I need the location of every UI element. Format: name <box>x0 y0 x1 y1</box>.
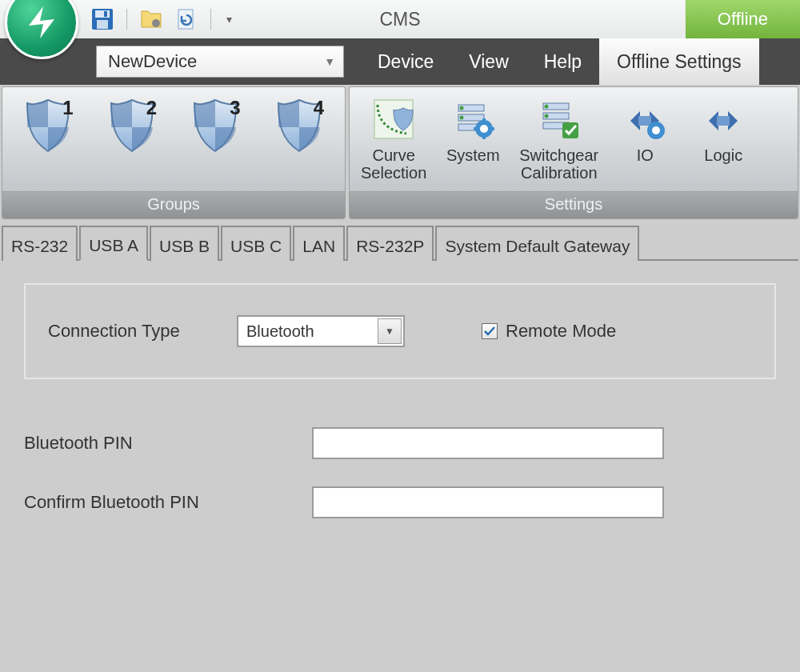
svg-point-26 <box>652 126 660 134</box>
svg-rect-15 <box>482 135 486 139</box>
svg-rect-2 <box>97 20 108 29</box>
ribbon-group-label: Settings <box>350 191 798 218</box>
chevron-down-icon: ▾ <box>226 13 232 26</box>
title-bar: ▾ CMS Offline <box>0 0 800 38</box>
confirm-pin-label: Confirm Bluetooth PIN <box>24 492 312 513</box>
ribbon: 1234 Groups Curve SelectionSystemSwitchg… <box>0 85 800 219</box>
svg-point-11 <box>460 116 464 120</box>
checkbox-box <box>482 323 498 339</box>
svg-rect-17 <box>490 127 494 130</box>
separator <box>126 9 127 30</box>
svg-rect-24 <box>638 116 651 126</box>
svg-point-22 <box>544 114 548 118</box>
ribbon-button-label: System <box>446 146 500 164</box>
group-shield-2[interactable]: 2 <box>98 97 167 169</box>
bluetooth-pin-row: Bluetooth PIN <box>24 427 776 459</box>
menu-item-help[interactable]: Help <box>526 38 599 85</box>
ribbon-button-system[interactable]: System <box>441 97 505 164</box>
connection-type-value: Bluetooth <box>246 322 314 341</box>
tab-rs-232p[interactable]: RS-232P <box>346 226 434 261</box>
svg-point-13 <box>480 125 488 133</box>
ribbon-button-io[interactable]: IO <box>613 97 677 164</box>
qat-dropdown[interactable]: ▾ <box>221 5 237 34</box>
group-number: 2 <box>146 97 157 119</box>
io-icon <box>622 97 667 142</box>
group-shield-4[interactable]: 4 <box>265 97 334 169</box>
group-number: 1 <box>62 97 73 119</box>
ribbon-button-curve-selection[interactable]: Curve Selection <box>361 97 426 182</box>
group-number: 4 <box>314 97 324 119</box>
menu-item-view[interactable]: View <box>451 38 526 85</box>
device-selector[interactable]: NewDevice ▼ <box>96 46 344 78</box>
svg-point-10 <box>460 106 464 110</box>
folder-gear-icon <box>139 7 163 31</box>
svg-rect-27 <box>717 116 730 126</box>
connection-fieldset: Connection Type Bluetooth ▼ Remote Mode <box>24 283 776 379</box>
ribbon-button-label: Switchgear Calibration <box>519 146 598 182</box>
dropdown-button[interactable]: ▼ <box>378 318 402 344</box>
quick-access-toolbar: ▾ <box>88 5 237 34</box>
remote-mode-label: Remote Mode <box>506 321 616 342</box>
svg-rect-16 <box>474 127 478 130</box>
ribbon-group-groups: 1234 Groups <box>2 86 346 219</box>
save-button[interactable] <box>88 5 117 34</box>
connection-tabs: RS-232USB AUSB BUSB CLANRS-232PSystem De… <box>2 224 798 261</box>
ribbon-button-label: Logic <box>704 146 742 164</box>
confirm-pin-row: Confirm Bluetooth PIN <box>24 486 776 518</box>
separator <box>210 9 211 30</box>
bluetooth-pin-input[interactable] <box>312 427 664 459</box>
tab-lan[interactable]: LAN <box>293 226 345 261</box>
ribbon-button-label: IO <box>637 146 654 164</box>
ribbon-group-label: Groups <box>2 191 345 218</box>
confirm-pin-input[interactable] <box>312 486 664 518</box>
chevron-down-icon: ▼ <box>324 55 335 68</box>
switchgear-calibration-icon <box>537 97 582 142</box>
svg-point-4 <box>152 19 160 27</box>
connection-type-select[interactable]: Bluetooth ▼ <box>237 315 405 347</box>
folder-config-button[interactable] <box>137 5 166 34</box>
floppy-disk-icon <box>90 7 114 31</box>
group-number: 3 <box>230 97 240 119</box>
connection-type-label: Connection Type <box>48 321 208 342</box>
form-panel: Connection Type Bluetooth ▼ Remote Mode … <box>0 261 800 568</box>
remote-mode-checkbox[interactable]: Remote Mode <box>482 321 616 342</box>
ribbon-button-label: Curve Selection <box>361 146 426 182</box>
menu-item-offline-settings[interactable]: Offline Settings <box>599 38 759 85</box>
tab-usb-a[interactable]: USB A <box>79 226 148 261</box>
svg-point-21 <box>544 105 548 109</box>
ribbon-button-logic[interactable]: Logic <box>691 97 755 164</box>
tab-rs-232[interactable]: RS-232 <box>2 226 78 261</box>
device-selector-value: NewDevice <box>108 51 197 72</box>
lightning-icon <box>19 0 64 45</box>
tab-usb-b[interactable]: USB B <box>150 226 219 261</box>
svg-rect-1 <box>95 10 110 18</box>
refresh-doc-button[interactable] <box>172 5 201 34</box>
check-icon <box>483 325 496 338</box>
tab-usb-c[interactable]: USB C <box>221 226 291 261</box>
connection-status[interactable]: Offline <box>685 0 800 38</box>
menu-bar: NewDevice ▼ DeviceViewHelpOffline Settin… <box>0 38 800 85</box>
curve-selection-icon <box>371 97 416 142</box>
bluetooth-pin-label: Bluetooth PIN <box>24 433 312 454</box>
chevron-down-icon: ▼ <box>385 326 394 337</box>
system-icon <box>450 97 495 142</box>
ribbon-group-settings: Curve SelectionSystemSwitchgear Calibrat… <box>349 86 798 219</box>
ribbon-button-switchgear-calibration[interactable]: Switchgear Calibration <box>519 97 598 182</box>
group-shield-3[interactable]: 3 <box>181 97 250 169</box>
document-refresh-icon <box>174 7 198 31</box>
group-shield-1[interactable]: 1 <box>14 97 83 169</box>
svg-rect-3 <box>104 11 107 17</box>
logic-icon <box>701 97 746 142</box>
tab-system-default-gateway[interactable]: System Default Gateway <box>435 226 639 261</box>
menu-item-device[interactable]: Device <box>360 38 451 85</box>
svg-rect-14 <box>482 118 486 122</box>
